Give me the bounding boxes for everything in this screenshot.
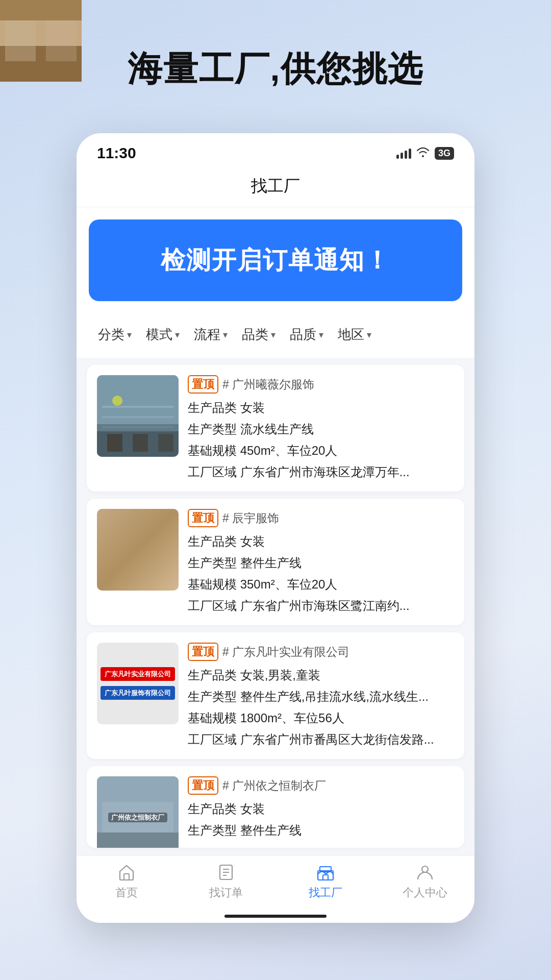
tab-factory[interactable]: 找工厂 [295,863,356,900]
factory-info: 置顶 # 广东凡叶实业有限公司 生产品类 女装,男装,童装 生产类型 整件生产线… [188,643,454,749]
filter-category[interactable]: 分类 ▾ [91,322,139,348]
orders-icon [216,863,236,882]
factory-card[interactable]: 置顶 # 辰宇服饰 生产品类 女装 生产类型 整件生产线 基础规模 350m²、… [87,499,464,625]
factory-list: 置顶 # 广州曦薇尔服饰 生产品类 女装 生产类型 流水线生产线 基础规模 45… [77,358,474,855]
factory-name-row: 置顶 # 广州依之恒制衣厂 [188,776,454,795]
chevron-down-icon: ▾ [175,329,180,340]
home-indicator-bar [224,915,327,918]
pin-badge: 置顶 [188,643,218,661]
wifi-icon [416,146,430,160]
factory-name: # 辰宇服饰 [222,510,279,526]
factory-scale: 基础规模 450m²、车位20人 [188,442,454,460]
profile-icon [415,863,435,882]
pin-badge: 置顶 [188,509,218,527]
tab-orders-label: 找订单 [209,885,243,900]
factory-info: 置顶 # 辰宇服饰 生产品类 女装 生产类型 整件生产线 基础规模 350m²、… [188,509,454,615]
svg-point-4 [112,396,122,406]
home-indicator [77,915,474,923]
tab-home-label: 首页 [115,885,138,900]
filter-mode[interactable]: 模式 ▾ [139,322,187,348]
svg-rect-5 [97,431,179,457]
tab-profile-label: 个人中心 [403,885,447,900]
nav-title: 找工厂 [77,167,474,207]
svg-point-25 [422,866,428,872]
status-bar: 11:30 3G [77,133,474,167]
factory-card[interactable]: 置顶 # 广州曦薇尔服饰 生产品类 女装 生产类型 流水线生产线 基础规模 45… [87,365,464,492]
factory-name: # 广州曦薇尔服饰 [222,377,314,393]
chevron-down-icon: ▾ [271,329,276,340]
svg-rect-2 [102,416,173,418]
filter-process[interactable]: 流程 ▾ [187,322,235,348]
home-icon [117,863,136,882]
tab-factory-label: 找工厂 [309,885,342,900]
factory-image: 广东凡叶实业有限公司 广东凡叶服饰有限公司 [97,643,179,724]
network-badge: 3G [435,147,454,160]
factory-production-type: 生产类型 整件生产线 [188,821,454,840]
factory-name-row: 置顶 # 广州曦薇尔服饰 [188,375,454,394]
tab-profile[interactable]: 个人中心 [394,863,456,900]
factory-card[interactable]: 广东凡叶实业有限公司 广东凡叶服饰有限公司 置顶 # 广东凡叶实业有限公司 生产… [87,632,464,759]
factory-card[interactable]: 广州依之恒制衣厂 置顶 # 广州依之恒制衣厂 生产品类 女装 生产类型 整件生产… [87,766,464,848]
signal-icon [396,148,411,159]
filter-bar: 分类 ▾ 模式 ▾ 流程 ▾ 品类 ▾ 品质 ▾ 地区 ▾ [77,311,474,358]
status-time: 11:30 [97,144,136,162]
factory-image: 广州依之恒制衣厂 [97,776,179,848]
factory-production-type: 生产类型 流水线生产线 [188,420,454,438]
factory-product-type: 生产品类 女装 [188,532,454,551]
filter-region[interactable]: 地区 ▾ [331,322,379,348]
chevron-down-icon: ▾ [319,329,323,340]
factory-product-type: 生产品类 女装,男装,童装 [188,666,454,684]
svg-rect-7 [133,434,148,452]
factory-region: 工厂区域 广东省广州市番禺区大龙街信发路... [188,730,454,749]
factory-image [97,509,179,591]
svg-rect-23 [323,875,328,880]
tab-home[interactable]: 首页 [96,863,157,900]
factory-image [97,375,179,457]
filter-quality[interactable]: 品质 ▾ [283,322,331,348]
svg-rect-6 [107,434,122,452]
banner-text: 检测开启订单通知！ [109,244,442,277]
factory-info: 置顶 # 广州曦薇尔服饰 生产品类 女装 生产类型 流水线生产线 基础规模 45… [188,375,454,481]
pin-badge: 置顶 [188,776,218,795]
chevron-down-icon: ▾ [223,329,228,340]
factory-region: 工厂区域 广东省广州市海珠区龙潭万年... [188,463,454,481]
factory-scale: 基础规模 350m²、车位20人 [188,575,454,594]
factory-production-type: 生产类型 整件生产线 [188,554,454,572]
factory-info: 置顶 # 广州依之恒制衣厂 生产品类 女装 生产类型 整件生产线 [188,776,454,838]
banner[interactable]: 检测开启订单通知！ [89,219,462,301]
factory-product-type: 生产品类 女装 [188,800,454,818]
factory-icon [316,863,335,882]
chevron-down-icon: ▾ [127,329,132,340]
svg-rect-3 [102,426,173,428]
svg-rect-1 [102,406,173,408]
factory-production-type: 生产类型 整件生产线,吊挂流水线,流水线生... [188,688,454,706]
pin-badge: 置顶 [188,375,218,394]
chevron-down-icon: ▾ [367,329,371,340]
factory-name-row: 置顶 # 辰宇服饰 [188,509,454,527]
factory-region: 工厂区域 广东省广州市海珠区鹭江南约... [188,597,454,615]
phone-shell: 11:30 3G 找工厂 检测开启订单通知！ 分类 [77,133,474,923]
tab-orders[interactable]: 找订单 [195,863,257,900]
filter-product-type[interactable]: 品类 ▾ [235,322,283,348]
status-icons: 3G [396,146,454,160]
factory-scale: 基础规模 1800m²、车位56人 [188,709,454,727]
factory-product-type: 生产品类 女装 [188,399,454,417]
factory-name: # 广州依之恒制衣厂 [222,778,326,794]
svg-rect-8 [158,434,173,452]
factory-name-row: 置顶 # 广东凡叶实业有限公司 [188,643,454,661]
factory-name: # 广东凡叶实业有限公司 [222,644,349,660]
tab-bar: 首页 找订单 找工厂 个人中心 [77,855,474,915]
svg-rect-17 [124,874,129,880]
svg-rect-16 [97,832,179,848]
hero-title: 海量工厂,供您挑选 [128,46,424,92]
